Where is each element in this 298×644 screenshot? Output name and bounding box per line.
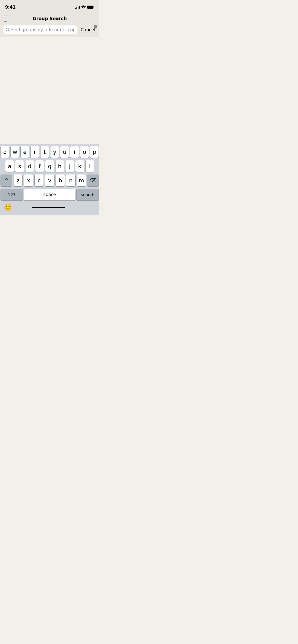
key-s[interactable]: s [15,160,24,172]
status-icons [75,5,94,9]
key-e[interactable]: e [21,146,29,158]
battery-icon [87,6,94,9]
emoji-button[interactable]: 🙂 [4,203,12,211]
key-d[interactable]: d [25,160,34,172]
keyboard-row-1: q w e r t y u i o p [1,146,99,158]
key-y[interactable]: y [50,146,59,158]
space-key[interactable]: space [24,189,75,200]
keyboard: q w e r t y u i o p a s d f g h j k l z … [0,144,99,215]
key-r[interactable]: r [31,146,39,158]
nav-bar: ‹ Group Search [0,12,99,24]
key-f[interactable]: f [35,160,44,172]
key-o[interactable]: o [80,146,89,158]
delete-key[interactable] [87,174,99,186]
key-z[interactable]: z [13,174,22,186]
key-g[interactable]: g [45,160,54,172]
signal-icon [75,6,80,9]
main-content [0,37,99,154]
key-t[interactable]: t [40,146,49,158]
key-w[interactable]: w [11,146,19,158]
key-i[interactable]: i [70,146,79,158]
shift-key[interactable] [1,174,12,186]
keyboard-row-3: z x c v b n m [1,174,99,186]
keyboard-footer: 🙂 [1,202,99,214]
key-k[interactable]: k [75,160,84,172]
key-q[interactable]: q [1,146,9,158]
scroll-indicator [94,25,97,28]
svg-line-1 [8,31,9,32]
key-v[interactable]: v [45,174,54,186]
status-time: 9:41 [5,5,16,10]
page-title: Group Search [33,16,67,21]
search-input[interactable] [11,27,75,32]
home-indicator [32,207,65,208]
search-key[interactable]: search [77,189,99,200]
search-icon [6,28,10,32]
key-p[interactable]: p [90,146,99,158]
keyboard-row-2: a s d f g h j k l [1,160,99,172]
status-bar: 9:41 [0,0,99,12]
key-x[interactable]: x [24,174,33,186]
key-h[interactable]: h [56,160,64,172]
key-a[interactable]: a [5,160,14,172]
key-n[interactable]: n [66,174,75,186]
key-j[interactable]: j [65,160,74,172]
key-l[interactable]: l [86,160,94,172]
keyboard-bottom-row: 123 space search [1,189,99,200]
key-b[interactable]: b [56,174,65,186]
search-input-wrapper [3,25,77,34]
key-u[interactable]: u [60,146,69,158]
search-area: Cancel [0,24,99,37]
cancel-button[interactable]: Cancel [79,27,96,32]
key-m[interactable]: m [77,174,86,186]
key-c[interactable]: c [35,174,44,186]
numbers-key[interactable]: 123 [1,189,23,200]
wifi-icon [81,5,86,9]
back-button[interactable]: ‹ [4,15,7,22]
